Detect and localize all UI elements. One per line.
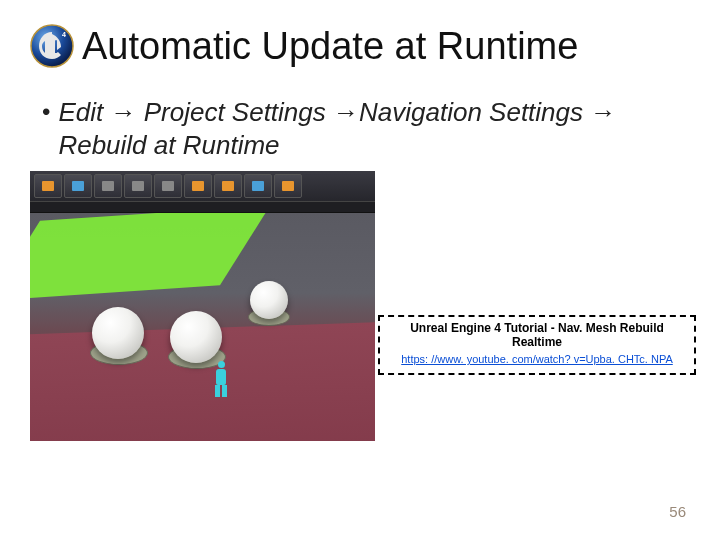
toolbar-button[interactable] [274,174,302,198]
slide: 4 Automatic Update at Runtime • Edit → P… [0,0,720,540]
title-row: 4 Automatic Update at Runtime [30,24,690,68]
unreal-engine-logo-icon: 4 [30,24,74,68]
svg-text:4: 4 [62,31,66,38]
toolbar-button[interactable] [244,174,272,198]
toolbar-button[interactable] [214,174,242,198]
arrow-icon: → [110,97,136,127]
toolbar-button[interactable] [124,174,152,198]
path-step-2: Project Settings [144,97,326,127]
sphere-mesh [170,311,222,363]
path-step-1: Edit [58,97,103,127]
page-title: Automatic Update at Runtime [82,25,578,68]
sphere-mesh [250,281,288,319]
arrow-icon: → [333,97,359,127]
page-number: 56 [669,503,686,520]
reference-callout: Unreal Engine 4 Tutorial - Nav. Mesh Reb… [378,315,696,375]
bullet-item: • Edit → Project Settings →Navigation Se… [30,96,690,161]
editor-toolbar [30,171,375,201]
toolbar-button[interactable] [154,174,182,198]
callout-title: Unreal Engine 4 Tutorial - Nav. Mesh Reb… [386,321,688,349]
editor-subtoolbar [30,201,375,213]
path-step-4: Rebuild at Runtime [58,130,279,160]
bullet-text: Edit → Project Settings →Navigation Sett… [58,96,690,161]
path-step-3: Navigation Settings [359,97,583,127]
sphere-mesh [92,307,144,359]
editor-screenshot [30,171,375,441]
editor-viewport[interactable] [30,213,375,441]
youtube-link[interactable]: https: //www. youtube. com/watch? v=Upba… [401,353,673,365]
toolbar-button[interactable] [34,174,62,198]
toolbar-button[interactable] [94,174,122,198]
toolbar-button[interactable] [64,174,92,198]
player-character [212,361,230,395]
bullet-marker: • [42,96,50,127]
arrow-icon: → [590,97,616,127]
navmesh-overlay [30,213,270,301]
toolbar-button[interactable] [184,174,212,198]
